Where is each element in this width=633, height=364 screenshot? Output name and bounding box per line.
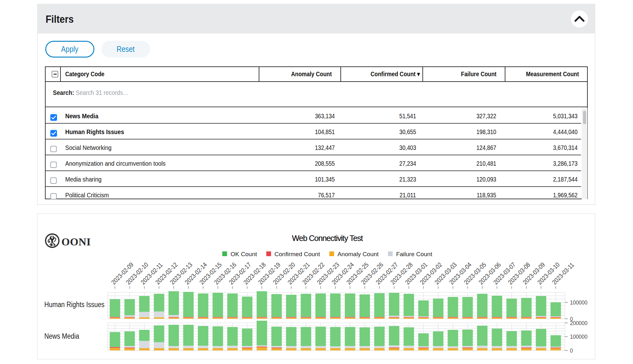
svg-text:News Media: News Media — [44, 332, 79, 341]
svg-text:0: 0 — [570, 347, 573, 354]
svg-text:100000: 100000 — [570, 333, 587, 340]
svg-text:100000: 100000 — [570, 299, 587, 305]
svg-text:Human Rights Issues: Human Rights Issues — [44, 300, 104, 309]
svg-text:200000: 200000 — [570, 319, 587, 326]
